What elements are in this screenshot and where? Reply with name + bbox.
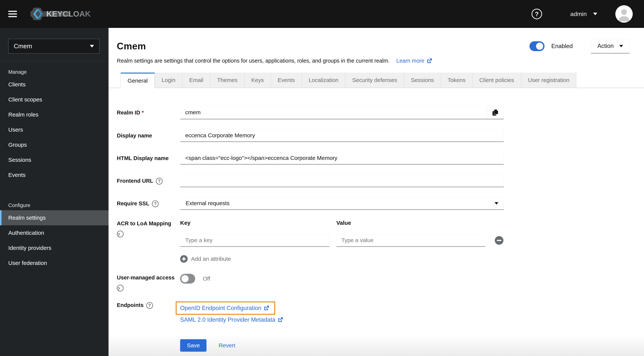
username: admin [570,11,587,18]
openid-endpoint-configuration-link[interactable]: OpenID Endpoint Configuration [180,305,269,311]
user-managed-access-row: User-managed access ? Off [117,274,644,291]
tab-security-defenses[interactable]: Security defenses [345,73,404,88]
brand-text: KEYCLOAK [46,10,91,18]
header-controls: Enabled Action [530,39,630,54]
html-display-name-input[interactable] [180,152,504,165]
nav-section-manage: Manage Clients Client scopes Realm roles… [0,61,108,183]
endpoints-row: Endpoints? OpenID Endpoint Configuration [117,301,644,323]
acr-value-input[interactable] [336,234,485,247]
help-icon[interactable]: ? [152,200,159,207]
key-column-header: Key [180,220,330,226]
saml-metadata-link[interactable]: SAML 2.0 Identity Provider Metadata [180,316,283,323]
display-name-input[interactable] [180,129,504,142]
realm-selector[interactable]: Cmem [8,39,100,54]
tab-general[interactable]: General [120,73,155,88]
require-ssl-value: External requests [186,200,230,206]
frontend-url-input[interactable] [180,174,504,187]
help-icon[interactable]: ? [146,302,153,309]
sidebar-item-identity-providers[interactable]: Identity providers [0,240,108,255]
realm-id-row: Realm ID* [117,106,644,119]
nav-section-label: Configure [0,195,108,210]
nav-section-configure: Configure Realm settings Authentication … [0,195,108,271]
frontend-url-row: Frontend URL? [117,174,644,187]
display-name-row: Display name [117,129,644,142]
sidebar-item-user-federation[interactable]: User federation [0,255,108,271]
acr-loa-row: ACR to LoA Mapping ? Key Value [117,220,644,264]
save-button[interactable]: Save [180,339,206,352]
tab-login[interactable]: Login [155,73,182,88]
sidebar-item-realm-settings[interactable]: Realm settings [0,210,108,225]
nav-toggle-icon[interactable] [8,11,17,17]
tab-tokens[interactable]: Tokens [441,73,472,88]
help-icon[interactable]: ? [117,231,124,237]
tab-localization[interactable]: Localization [302,73,345,88]
chevron-down-icon [494,202,498,205]
masthead-right: ? admin [532,5,633,23]
realm-enabled-toggle[interactable] [530,41,544,51]
keycloak-admin-console: KEYCLOAK ? admin Cmem [0,0,644,356]
toggle-state-label: Off [203,275,210,282]
external-link-icon [264,305,269,311]
sidebar-item-clients[interactable]: Clients [0,77,108,92]
remove-attribute-icon[interactable] [495,236,504,245]
acr-key-input[interactable] [180,234,330,247]
acr-loa-label: ACR to LoA Mapping ? [117,220,180,237]
sidebar-item-events[interactable]: Events [0,167,108,183]
html-display-name-label: HTML Display name [117,154,180,162]
copy-icon [492,109,499,116]
page-title: Cmem [117,41,146,52]
avatar[interactable] [615,5,633,23]
revert-link[interactable]: Revert [218,342,235,349]
chevron-down-icon [619,45,623,47]
realm-id-label: Realm ID* [117,109,180,116]
required-marker: * [142,110,144,116]
add-attribute-button[interactable]: Add an attribute [180,255,231,263]
masthead: KEYCLOAK ? admin [0,0,644,28]
chevron-down-icon [90,45,94,48]
plus-circle-icon [180,255,188,263]
tab-keys[interactable]: Keys [244,73,271,88]
realm-settings-tabs: General Login Email Themes Keys Events L… [108,73,644,88]
tab-client-policies[interactable]: Client policies [472,73,521,88]
realm-selector-section: Cmem [0,28,108,61]
sidebar-item-realm-roles[interactable]: Realm roles [0,107,108,122]
tab-themes[interactable]: Themes [210,73,244,88]
learn-more-link[interactable]: Learn more [396,58,432,64]
user-managed-access-toggle[interactable] [180,274,195,284]
tab-email[interactable]: Email [182,73,210,88]
tab-sessions[interactable]: Sessions [404,73,441,88]
annotation-highlight-box: OpenID Endpoint Configuration [176,301,275,315]
help-icon[interactable]: ? [532,9,542,19]
require-ssl-row: Require SSL? External requests [117,197,644,210]
general-settings-form: Realm ID* [108,88,644,323]
value-column-header: Value [336,220,485,226]
user-managed-access-label: User-managed access ? [117,274,180,291]
display-name-label: Display name [117,132,180,139]
page-description: Realm settings are settings that control… [117,58,390,64]
action-dropdown[interactable]: Action [591,39,630,54]
sidebar-item-sessions[interactable]: Sessions [0,152,108,167]
sidebar-item-authentication[interactable]: Authentication [0,225,108,240]
nav-section-label: Manage [0,61,108,77]
keycloak-logo: KEYCLOAK [29,7,91,21]
tab-user-registration[interactable]: User registration [521,73,576,88]
html-display-name-row: HTML Display name [117,152,644,165]
current-realm: Cmem [14,43,32,50]
page-header: Cmem Enabled Action Realm settings are s… [108,28,644,64]
form-action-bar: Save Revert [108,335,644,356]
external-link-icon [278,317,283,323]
user-menu[interactable]: admin [570,11,597,18]
realm-id-input[interactable] [180,106,487,119]
copy-button[interactable] [487,106,504,119]
sidebar-item-users[interactable]: Users [0,122,108,137]
sidebar: Cmem Manage Clients Client scopes Realm … [0,28,108,356]
external-link-icon [426,58,432,64]
sidebar-item-client-scopes[interactable]: Client scopes [0,92,108,107]
chevron-down-icon [593,13,597,15]
tab-events[interactable]: Events [271,73,302,88]
sidebar-item-groups[interactable]: Groups [0,137,108,152]
help-icon[interactable]: ? [156,178,162,185]
require-ssl-select[interactable]: External requests [180,197,504,210]
frontend-url-label: Frontend URL? [117,177,180,185]
help-icon[interactable]: ? [117,285,124,291]
